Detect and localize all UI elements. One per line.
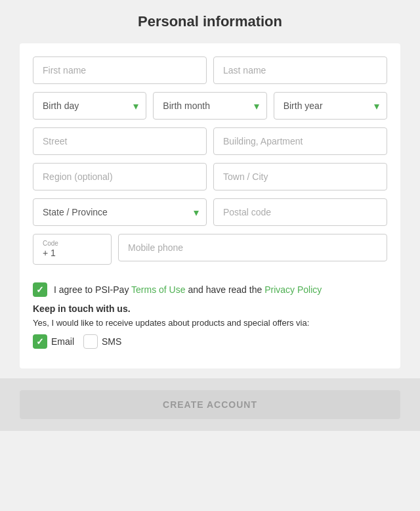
email-label: Email [51, 336, 74, 347]
mobile-field [118, 234, 387, 265]
state-field: State / Province [33, 198, 207, 226]
town-field [213, 163, 387, 190]
terms-link[interactable]: Terms of Use [131, 284, 185, 295]
birth-day-select[interactable]: Birth day [33, 92, 146, 120]
phone-row: Code + 1 [33, 234, 387, 265]
birth-year-select-wrapper: Birth year [274, 92, 387, 120]
terms-checkbox[interactable] [33, 282, 47, 297]
birth-day-field: Birth day [33, 92, 146, 120]
name-row [33, 56, 387, 84]
terms-mid: and have read the [186, 284, 265, 295]
phone-code-label: Code [43, 240, 102, 247]
birth-day-select-wrapper: Birth day [33, 92, 146, 120]
building-field [213, 127, 387, 155]
first-name-input[interactable] [33, 56, 207, 84]
checkbox-section: I agree to PSI-Pay Terms of Use and have… [33, 273, 387, 355]
state-select-wrapper: State / Province [33, 198, 207, 226]
phone-code-field: Code + 1 [33, 234, 112, 265]
channel-row: Email SMS [33, 334, 387, 349]
email-channel: Email [33, 334, 74, 349]
birth-year-select[interactable]: Birth year [274, 92, 387, 120]
state-select[interactable]: State / Province [33, 198, 207, 226]
birth-year-field: Birth year [274, 92, 387, 120]
mobile-input[interactable] [118, 234, 387, 261]
phone-code-value: + 1 [43, 248, 56, 258]
postal-input[interactable] [213, 198, 387, 226]
sms-label: SMS [102, 336, 121, 347]
create-account-button[interactable]: CREATE ACCOUNT [20, 390, 400, 419]
first-name-field [33, 56, 207, 84]
birth-month-field: Birth month [153, 92, 266, 120]
sms-channel: SMS [83, 334, 121, 349]
last-name-field [213, 56, 387, 84]
last-name-input[interactable] [213, 56, 387, 84]
email-checkbox[interactable] [33, 334, 47, 349]
town-input[interactable] [213, 163, 387, 190]
keep-in-touch-title: Keep in touch with us. [33, 303, 387, 314]
state-row: State / Province [33, 198, 387, 226]
region-row [33, 163, 387, 190]
birth-month-select-wrapper: Birth month [153, 92, 266, 120]
terms-text: I agree to PSI-Pay Terms of Use and have… [54, 284, 322, 295]
privacy-link[interactable]: Privacy Policy [264, 284, 322, 295]
birth-row: Birth day Birth month Birth year [33, 92, 387, 120]
region-input[interactable] [33, 163, 207, 190]
street-field [33, 127, 207, 155]
terms-prefix: I agree to PSI-Pay [54, 284, 131, 295]
keep-in-touch-sub: Yes, I would like to receive updates abo… [33, 318, 387, 328]
region-field [33, 163, 207, 190]
terms-row: I agree to PSI-Pay Terms of Use and have… [33, 282, 387, 297]
sms-checkbox[interactable] [83, 334, 98, 349]
page-title: Personal information [20, 13, 400, 30]
form-card: Birth day Birth month Birth year [20, 43, 400, 368]
building-input[interactable] [213, 127, 387, 155]
birth-month-select[interactable]: Birth month [153, 92, 266, 120]
create-btn-wrapper: CREATE ACCOUNT [0, 378, 420, 431]
postal-field [213, 198, 387, 226]
address-row [33, 127, 387, 155]
street-input[interactable] [33, 127, 207, 155]
